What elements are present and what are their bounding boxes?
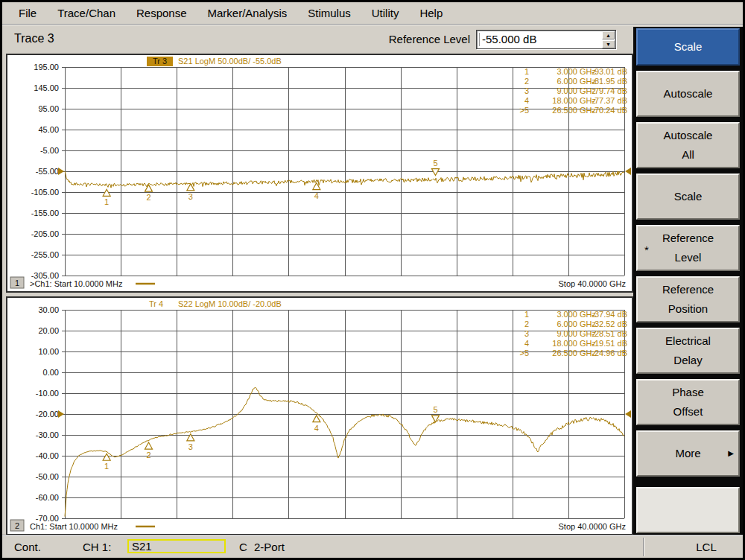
reference-level-value: -55.000 dB <box>482 33 536 45</box>
trace-badge-label: Tr 4 <box>149 299 163 308</box>
readout-marker-number: 1 <box>524 67 529 76</box>
readout-marker-freq: 3.000 GHz <box>557 67 596 76</box>
y-tick-label: -10.00 <box>36 389 59 398</box>
trace-badge-label: Tr 3 <box>153 57 167 66</box>
readout-marker-freq: 6.000 GHz <box>557 77 596 86</box>
readout-marker-value: -79.74 dB <box>592 86 627 95</box>
menu-item-trace-chan[interactable]: Trace/Chan <box>57 7 115 19</box>
readout-marker-freq: 9.000 GHz <box>557 329 596 338</box>
plot-panel-s21: 195.00145.0095.0045.00-5.00-55.00-105.00… <box>6 54 633 293</box>
softkey-reference-position[interactable]: Reference Position <box>636 276 740 322</box>
y-tick-label: -205.00 <box>31 229 59 238</box>
submenu-arrow-icon: ▶ <box>728 444 734 463</box>
readout-marker-number: 3 <box>524 86 529 95</box>
channel-label: CH 1: <box>83 541 111 553</box>
readout-marker-number: >5 <box>519 349 529 357</box>
toolbar: Trace 3 Reference Level -55.000 dB ▲ ▼ <box>2 26 633 53</box>
y-tick-label: 30.00 <box>38 305 59 314</box>
readout-marker-freq: 26.500 GHz <box>552 106 596 115</box>
softkey-sidebar: ScaleAutoscaleAutoscale AllScaleReferenc… <box>633 27 743 535</box>
readout-marker-freq: 9.000 GHz <box>557 86 596 95</box>
y-tick-label: 145.00 <box>34 83 59 92</box>
readout-marker-value: -77.37 dB <box>592 96 627 105</box>
y-tick-label: -20.00 <box>36 410 59 419</box>
y-tick-label: -105.00 <box>31 188 59 197</box>
s21-chart: 195.00145.0095.0045.00-5.00-55.00-105.00… <box>7 55 632 291</box>
readout-marker-number: 2 <box>524 77 529 86</box>
sweep-stop-label: Stop 40.0000 GHz <box>558 279 626 288</box>
plot-panel-s22: 30.0020.0010.000.00-10.00-20.00-30.00-40… <box>6 296 633 535</box>
menu-item-help[interactable]: Help <box>419 7 443 19</box>
readout-marker-freq: 3.000 GHz <box>557 310 596 319</box>
marker-number: 5 <box>433 159 437 168</box>
spinner-down-icon[interactable]: ▼ <box>602 40 615 48</box>
marker-number: 2 <box>146 451 150 459</box>
y-tick-label: 195.00 <box>34 63 59 71</box>
menu-item-utility[interactable]: Utility <box>372 7 399 19</box>
y-tick-label: -5.00 <box>40 146 59 155</box>
cal-status: C <box>239 541 247 553</box>
readout-marker-value: -81.95 dB <box>592 77 627 86</box>
menu-item-marker-analysis[interactable]: Marker/Analysis <box>208 7 288 19</box>
sweep-start-label: Ch1: Start 10.0000 MHz <box>30 522 118 531</box>
statusbar-separator <box>643 538 644 556</box>
readout-marker-value: -28.51 dB <box>592 329 627 338</box>
y-tick-label: -255.00 <box>31 250 59 259</box>
readout-marker-value: -37.94 dB <box>592 310 627 319</box>
plot-background <box>7 55 632 291</box>
readout-marker-number: 4 <box>524 96 529 105</box>
y-tick-label: 0.00 <box>43 368 59 377</box>
active-trace-title: Trace 3 <box>14 32 54 45</box>
trace-format-title: S22 LogM 10.00dB/ -20.0dB <box>178 299 282 308</box>
marker-number: 3 <box>188 442 193 451</box>
softkey-scale-top[interactable]: Scale <box>636 28 740 66</box>
text-caret <box>479 33 480 46</box>
marker-number: 4 <box>314 191 319 200</box>
softkey-reference-level[interactable]: Reference Level* <box>636 225 740 271</box>
y-tick-label: 45.00 <box>38 125 59 134</box>
active-measurement-box: S21 <box>127 539 226 553</box>
softkey-phase-offset[interactable]: Phase Offset <box>636 379 740 425</box>
trace-format-title: S21 LogM 50.00dB/ -55.0dB <box>178 57 282 66</box>
readout-marker-freq: 18.000 GHz <box>552 339 596 348</box>
readout-marker-freq: 18.000 GHz <box>552 96 596 105</box>
marker-number: 5 <box>433 405 437 414</box>
readout-marker-value: -24.96 dB <box>592 349 627 357</box>
menu-item-response[interactable]: Response <box>136 7 187 19</box>
readout-marker-number: 4 <box>524 339 529 348</box>
reference-level-spinner: ▲ ▼ <box>602 31 615 48</box>
readout-marker-number: 3 <box>524 329 529 338</box>
sweep-mode-status: Cont. <box>14 541 41 553</box>
readout-marker-value: -70.24 dB <box>592 106 627 115</box>
marker-number: 1 <box>104 462 109 471</box>
softkey-electrical-delay[interactable]: Electrical Delay <box>636 328 740 374</box>
sweep-start-label: >Ch1: Start 10.0000 MHz <box>30 279 122 288</box>
sweep-stop-label: Stop 40.0000 GHz <box>558 522 626 531</box>
softkey-autoscale-all[interactable]: Autoscale All <box>636 122 740 168</box>
marker-number: 2 <box>146 193 150 202</box>
readout-marker-freq: 6.000 GHz <box>557 319 596 328</box>
softkey-scale[interactable]: Scale <box>636 174 740 220</box>
y-tick-label: -60.00 <box>36 493 59 502</box>
softkey-blank <box>636 487 740 533</box>
s22-chart: 30.0020.0010.000.00-10.00-20.00-30.00-40… <box>7 298 632 534</box>
menu-item-stimulus[interactable]: Stimulus <box>308 7 351 19</box>
y-tick-label: -30.00 <box>36 430 59 439</box>
menu-item-file[interactable]: File <box>19 7 37 19</box>
softkey-more[interactable]: More▶ <box>636 430 740 477</box>
channel-corner-badge-number: 2 <box>15 521 19 530</box>
readout-marker-value: -93.01 dB <box>592 67 627 76</box>
y-tick-label: -55.00 <box>36 167 59 176</box>
channel-corner-badge-number: 1 <box>15 279 19 287</box>
menu-bar: FileTrace/ChanResponseMarker/AnalysisSti… <box>2 2 743 25</box>
vna-application-window: FileTrace/ChanResponseMarker/AnalysisSti… <box>0 0 745 560</box>
y-tick-label: 20.00 <box>38 326 59 335</box>
y-tick-label: 95.00 <box>38 104 59 113</box>
readout-marker-number: >5 <box>519 106 529 115</box>
spinner-up-icon[interactable]: ▲ <box>602 31 615 39</box>
y-tick-label: -40.00 <box>36 451 59 460</box>
readout-marker-value: -32.52 dB <box>592 319 627 328</box>
reference-level-input[interactable]: -55.000 dB ▲ ▼ <box>476 30 616 49</box>
softkey-autoscale[interactable]: Autoscale <box>636 71 740 117</box>
marker-number: 4 <box>314 424 319 433</box>
